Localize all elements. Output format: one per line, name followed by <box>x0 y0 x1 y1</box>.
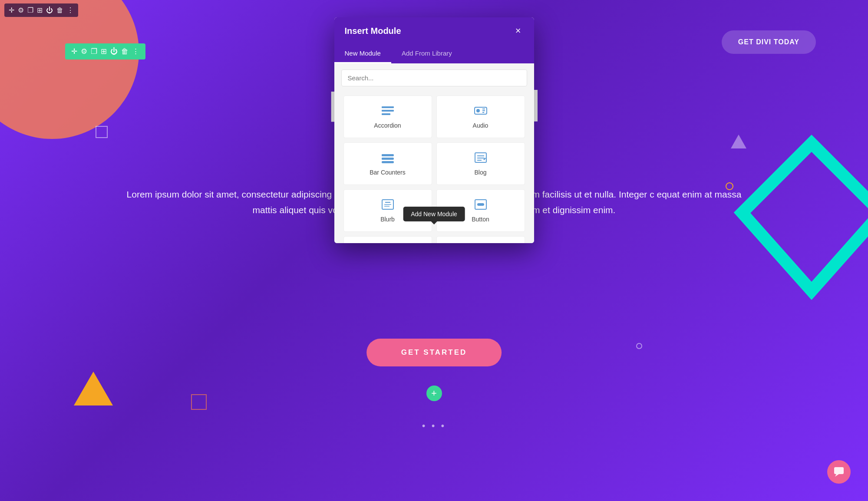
tab-add-from-library[interactable]: Add From Library <box>391 44 462 63</box>
modal-close-button[interactable]: × <box>513 25 524 36</box>
module-item-blurb[interactable]: Blurb <box>343 189 432 232</box>
module-item-blog[interactable]: Blog <box>436 142 525 185</box>
blurb-icon <box>381 198 395 212</box>
svg-rect-15 <box>382 158 388 160</box>
svg-rect-25 <box>477 203 484 206</box>
svg-rect-3 <box>382 106 394 108</box>
insert-module-modal: Insert Module × New Module Add From Libr… <box>334 17 534 243</box>
blog-icon <box>474 152 488 165</box>
modal-title: Insert Module <box>345 26 401 36</box>
module-item-accordion[interactable]: Accordion <box>343 96 432 138</box>
accordion-label: Accordion <box>374 122 401 129</box>
blog-label: Blog <box>474 169 486 176</box>
blurb-label: Blurb <box>380 216 395 223</box>
tab-new-module[interactable]: New Module <box>334 44 391 63</box>
module-item-bar-counters[interactable]: Bar Counters <box>343 142 432 185</box>
audio-label: Audio <box>473 122 488 129</box>
modal-header: Insert Module × <box>334 17 534 44</box>
module-grid: Accordion Audio <box>334 90 534 243</box>
module-item-circle-counter[interactable]: Circle Counter <box>436 236 525 243</box>
button-icon <box>474 198 488 212</box>
modal-tabs: New Module Add From Library <box>334 44 534 63</box>
modal-backdrop: Insert Module × New Module Add From Libr… <box>0 0 868 501</box>
audio-icon <box>474 105 488 119</box>
svg-rect-13 <box>382 161 394 163</box>
bar-counters-label: Bar Counters <box>370 169 405 176</box>
svg-rect-4 <box>382 110 394 112</box>
svg-rect-14 <box>382 154 390 156</box>
search-wrap <box>334 63 534 90</box>
accordion-icon <box>381 105 395 119</box>
svg-point-7 <box>476 109 480 112</box>
module-item-cta[interactable]: Call To Action <box>343 236 432 243</box>
bar-counters-icon <box>381 152 395 165</box>
svg-rect-5 <box>382 113 390 115</box>
module-item-button[interactable]: Button <box>436 189 525 232</box>
search-input[interactable] <box>341 69 527 86</box>
module-item-audio[interactable]: Audio <box>436 96 525 138</box>
button-label: Button <box>472 216 489 223</box>
